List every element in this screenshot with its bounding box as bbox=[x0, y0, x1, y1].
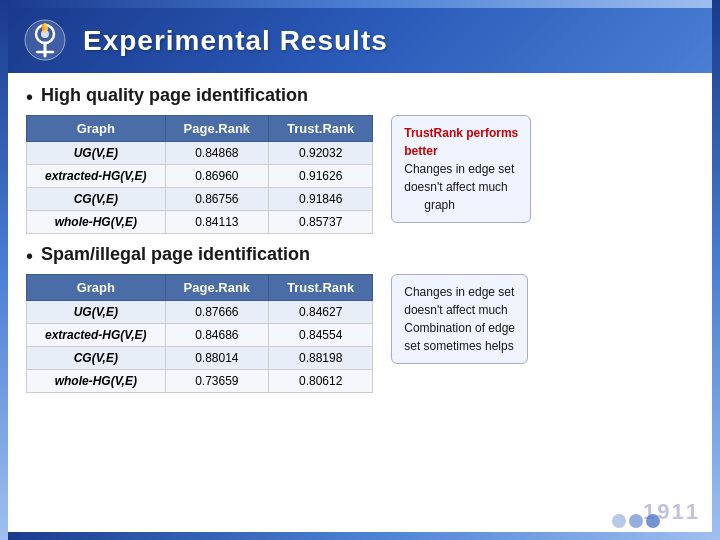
trustrank-value: 0.91846 bbox=[269, 188, 373, 211]
trustrank-value: 0.92032 bbox=[269, 142, 373, 165]
left-border bbox=[0, 0, 8, 540]
col-graph-2: Graph bbox=[27, 275, 166, 301]
graph-name: whole-HG(V,E) bbox=[27, 370, 166, 393]
table-row: extracted-HG(V,E)0.869600.91626 bbox=[27, 165, 373, 188]
section-1-title: High quality page identification bbox=[41, 85, 308, 106]
pagerank-value: 0.88014 bbox=[165, 347, 268, 370]
trustrank-value: 0.84554 bbox=[269, 324, 373, 347]
table-row: UG(V,E)0.848680.92032 bbox=[27, 142, 373, 165]
deco-circles bbox=[612, 514, 660, 528]
pagerank-value: 0.86756 bbox=[165, 188, 268, 211]
col-trustrank-1: Trust.Rank bbox=[269, 116, 373, 142]
right-border bbox=[712, 0, 720, 540]
graph-name: extracted-HG(V,E) bbox=[27, 324, 166, 347]
table-row: CG(V,E)0.867560.91846 bbox=[27, 188, 373, 211]
pagerank-value: 0.84686 bbox=[165, 324, 268, 347]
pagerank-value: 0.84113 bbox=[165, 211, 268, 234]
header: Experimental Results bbox=[8, 8, 712, 73]
logo-area bbox=[23, 18, 68, 63]
bullet-row-2: • Spam/illegal page identification bbox=[26, 244, 694, 268]
col-pagerank-1: Page.Rank bbox=[165, 116, 268, 142]
trustrank-value: 0.80612 bbox=[269, 370, 373, 393]
graph-name: UG(V,E) bbox=[27, 301, 166, 324]
deco-circle-3 bbox=[646, 514, 660, 528]
trustrank-value: 0.84627 bbox=[269, 301, 373, 324]
bottom-border bbox=[0, 532, 720, 540]
col-graph-1: Graph bbox=[27, 116, 166, 142]
graph-name: CG(V,E) bbox=[27, 347, 166, 370]
graph-name: CG(V,E) bbox=[27, 188, 166, 211]
trustrank-value: 0.85737 bbox=[269, 211, 373, 234]
annotation-2-line1: Changes in edge setdoesn't affect muchCo… bbox=[404, 285, 515, 353]
annotation-2: Changes in edge setdoesn't affect muchCo… bbox=[391, 274, 528, 364]
table-area-1: Graph Page.Rank Trust.Rank UG(V,E)0.8486… bbox=[26, 115, 373, 234]
annotation-1-line1: TrustRank performsbetter bbox=[404, 126, 518, 158]
svg-point-6 bbox=[42, 24, 45, 30]
annotation-1-line2: Changes in edge setdoesn't affect muchgr… bbox=[404, 162, 514, 212]
graph-name: UG(V,E) bbox=[27, 142, 166, 165]
graph-name: extracted-HG(V,E) bbox=[27, 165, 166, 188]
logo-icon bbox=[23, 18, 68, 63]
trustrank-value: 0.88198 bbox=[269, 347, 373, 370]
table-area-2: Graph Page.Rank Trust.Rank UG(V,E)0.8766… bbox=[26, 274, 373, 393]
table-row: extracted-HG(V,E)0.846860.84554 bbox=[27, 324, 373, 347]
deco-circle-1 bbox=[612, 514, 626, 528]
col-trustrank-2: Trust.Rank bbox=[269, 275, 373, 301]
trustrank-value: 0.91626 bbox=[269, 165, 373, 188]
col-pagerank-2: Page.Rank bbox=[165, 275, 268, 301]
table-high-quality: Graph Page.Rank Trust.Rank UG(V,E)0.8486… bbox=[26, 115, 373, 234]
section-2-title: Spam/illegal page identification bbox=[41, 244, 310, 265]
table-row: CG(V,E)0.880140.88198 bbox=[27, 347, 373, 370]
pagerank-value: 0.73659 bbox=[165, 370, 268, 393]
page-title: Experimental Results bbox=[83, 25, 388, 57]
bullet-row-1: • High quality page identification bbox=[26, 85, 694, 109]
bullet-dot-1: • bbox=[26, 86, 33, 109]
bullet-dot-2: • bbox=[26, 245, 33, 268]
deco-circle-2 bbox=[629, 514, 643, 528]
top-border bbox=[0, 0, 720, 8]
table-row: whole-HG(V,E)0.736590.80612 bbox=[27, 370, 373, 393]
annotation-1: TrustRank performsbetter Changes in edge… bbox=[391, 115, 531, 223]
pagerank-value: 0.86960 bbox=[165, 165, 268, 188]
pagerank-value: 0.87666 bbox=[165, 301, 268, 324]
pagerank-value: 0.84868 bbox=[165, 142, 268, 165]
table-row: UG(V,E)0.876660.84627 bbox=[27, 301, 373, 324]
graph-name: whole-HG(V,E) bbox=[27, 211, 166, 234]
table-wrapper-2: Graph Page.Rank Trust.Rank UG(V,E)0.8766… bbox=[26, 274, 694, 393]
main-content: • High quality page identification Graph… bbox=[8, 73, 712, 532]
table-spam: Graph Page.Rank Trust.Rank UG(V,E)0.8766… bbox=[26, 274, 373, 393]
table-row: whole-HG(V,E)0.841130.85737 bbox=[27, 211, 373, 234]
section-high-quality: • High quality page identification Graph… bbox=[26, 85, 694, 234]
section-spam: • Spam/illegal page identification Graph… bbox=[26, 244, 694, 393]
table-wrapper-1: Graph Page.Rank Trust.Rank UG(V,E)0.8486… bbox=[26, 115, 694, 234]
